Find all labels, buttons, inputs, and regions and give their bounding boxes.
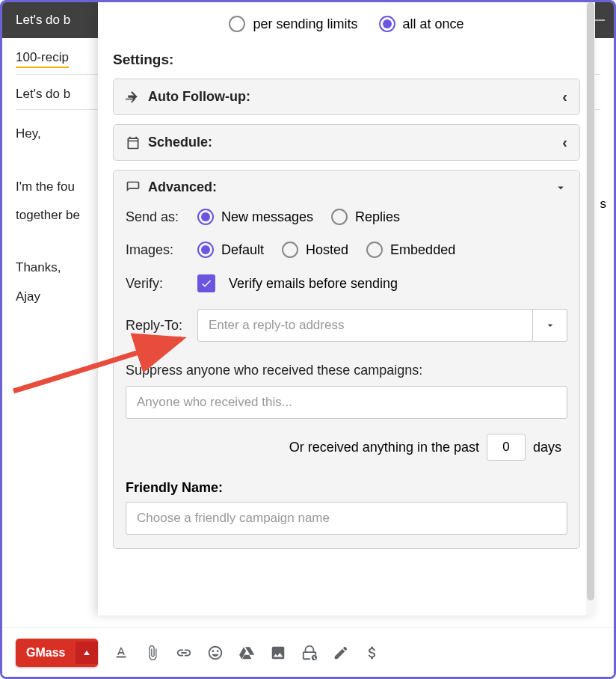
radio-label: Default (221, 242, 264, 258)
scrollbar[interactable] (586, 2, 595, 615)
chevron-left-icon: ‹ (562, 88, 567, 105)
section-label: Advanced: (148, 179, 217, 195)
send-as-label: Send as: (126, 209, 184, 225)
radio-label: Hosted (306, 242, 348, 258)
gmass-label: GMass (16, 639, 76, 667)
advanced-header[interactable]: Advanced: (126, 179, 567, 195)
link-icon[interactable] (176, 645, 192, 661)
check-icon (200, 277, 212, 289)
settings-panel: per sending limits all at once Settings:… (98, 2, 595, 615)
section-label: Schedule: (148, 135, 212, 150)
verify-checkbox[interactable] (197, 274, 215, 292)
suppress-input[interactable] (126, 386, 567, 419)
format-icon[interactable] (113, 645, 129, 661)
radio-icon (197, 209, 214, 225)
section-label: Auto Follow-up: (148, 89, 250, 105)
radio-default[interactable]: Default (197, 242, 264, 258)
suppress-label: Suppress anyone who received these campa… (126, 363, 567, 378)
radio-label: per sending limits (253, 16, 357, 32)
or-received-text: Or received anything in the past (289, 440, 479, 455)
confidential-icon[interactable] (301, 645, 318, 661)
radio-label: Embedded (390, 242, 455, 258)
send-as-row: Send as: New messages Replies (126, 209, 567, 225)
images-row: Images: Default Hosted Embedded (126, 242, 567, 258)
sending-mode-row: per sending limits all at once (113, 10, 580, 43)
attach-icon[interactable] (144, 645, 161, 661)
gmass-dropdown[interactable] (76, 642, 98, 664)
or-received-row: Or received anything in the past days (126, 419, 567, 480)
radio-icon (229, 16, 245, 32)
friendly-name-input[interactable] (126, 502, 567, 535)
section-advanced: Advanced: Send as: New messages Replies (113, 170, 580, 549)
radio-new-messages[interactable]: New messages (197, 209, 313, 225)
image-icon[interactable] (270, 645, 286, 661)
compose-toolbar: GMass (2, 627, 614, 677)
images-label: Images: (126, 242, 184, 258)
scrollbar-thumb[interactable] (587, 2, 594, 600)
verify-row: Verify: Verify emails before sending (126, 274, 567, 292)
radio-label: Replies (355, 209, 400, 225)
radio-icon (282, 242, 298, 258)
radio-label: New messages (221, 209, 313, 225)
recipient-chip[interactable]: 100-recip (16, 50, 69, 68)
days-label: days (533, 440, 561, 455)
radio-icon (331, 209, 348, 225)
trailing-text: s (600, 197, 607, 212)
drive-icon[interactable] (238, 645, 255, 661)
settings-title: Settings: (113, 52, 580, 68)
radio-per-sending-limits[interactable]: per sending limits (229, 16, 357, 32)
radio-icon (366, 242, 383, 258)
radio-embedded[interactable]: Embedded (366, 242, 455, 258)
share-icon (126, 90, 141, 105)
comment-icon (126, 180, 141, 195)
dollar-icon[interactable] (364, 645, 381, 661)
radio-replies[interactable]: Replies (331, 209, 400, 225)
pen-icon[interactable] (333, 645, 349, 661)
reply-to-input[interactable] (197, 309, 533, 342)
section-auto-followup[interactable]: Auto Follow-up: ‹ (113, 79, 580, 115)
chevron-down-icon (544, 319, 556, 331)
chevron-down-icon (554, 181, 567, 194)
emoji-icon[interactable] (207, 645, 224, 661)
chevron-left-icon: ‹ (562, 134, 567, 151)
friendly-name-label: Friendly Name: (126, 480, 567, 496)
section-schedule[interactable]: Schedule: ‹ (113, 124, 580, 161)
calendar-icon (126, 135, 141, 150)
gmass-button[interactable]: GMass (16, 639, 98, 667)
compose-title: Let's do b (16, 13, 70, 27)
triangle-up-icon (83, 649, 90, 657)
radio-icon (379, 16, 395, 32)
radio-all-at-once[interactable]: all at once (379, 16, 464, 32)
radio-icon (197, 242, 214, 258)
days-input[interactable] (487, 434, 526, 461)
reply-to-row: Reply-To: (126, 309, 567, 342)
verify-label: Verify: (126, 276, 184, 292)
verify-text: Verify emails before sending (229, 276, 398, 292)
radio-label: all at once (403, 16, 464, 32)
reply-to-label: Reply-To: (126, 318, 184, 334)
reply-to-dropdown[interactable] (533, 309, 567, 342)
radio-hosted[interactable]: Hosted (282, 242, 348, 258)
